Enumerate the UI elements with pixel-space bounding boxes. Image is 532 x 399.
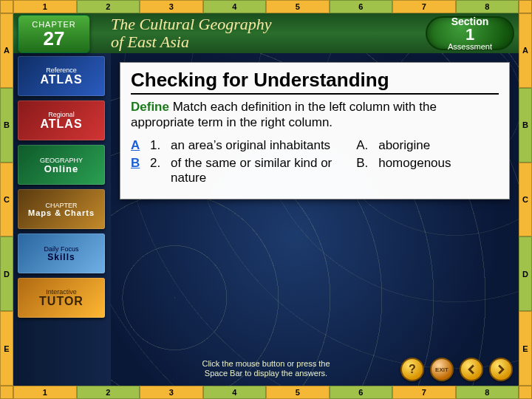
question-number: 2. (150, 156, 165, 185)
answer-letter: A (131, 138, 144, 153)
define-keyword: Define (131, 100, 169, 114)
question-text: an area’s original inhabitants (171, 138, 344, 153)
content-instruction: Define Match each definition in the left… (131, 99, 499, 131)
next-button[interactable] (489, 358, 513, 381)
question-icon: ? (409, 363, 416, 376)
ruler-cell: 8 (456, 0, 519, 13)
exit-label: EXIT (435, 366, 449, 373)
ruler-cell: 2 (77, 0, 140, 13)
content-title: Checking for Understanding (131, 69, 499, 95)
sidebar-geography-online[interactable]: GEOGRAPHYOnline (18, 145, 105, 185)
question-row: B 2. of the same or similar kind or natu… (131, 156, 344, 185)
ruler-cell: 1 (13, 0, 77, 13)
chevron-left-icon (466, 364, 477, 375)
ruler-cell: 7 (392, 0, 456, 13)
ruler-left: AB CD E (0, 13, 13, 386)
term-label: A. (356, 138, 371, 153)
question-text: of the same or similar kind or nature (171, 156, 344, 185)
definitions-column: A 1. an area’s original inhabitants B 2.… (131, 138, 344, 188)
sidebar-reference-atlas[interactable]: ReferenceATLAS (18, 56, 105, 96)
help-button[interactable]: ? (400, 358, 424, 381)
term-word: aborigine (378, 138, 430, 153)
sidebar-maps-charts[interactable]: CHAPTERMaps & Charts (18, 189, 105, 229)
chapter-title: The Cultural Geography of East Asia (111, 16, 272, 51)
term-word: homogenous (378, 156, 451, 171)
content-panel: Checking for Understanding Define Match … (120, 62, 510, 200)
ruler-cell: 6 (330, 0, 393, 13)
term-row: A. aborigine (356, 138, 499, 153)
ruler-cell: 4 (203, 0, 267, 13)
nav-bar: ? EXIT (400, 358, 513, 381)
exit-button[interactable]: EXIT (430, 358, 454, 381)
sidebar-interactive-tutor[interactable]: InteractiveTUTOR (18, 278, 105, 318)
section-badge: Section 1 Assessment (426, 16, 514, 50)
question-number: 1. (150, 138, 165, 153)
ruler-right: AB CD E (519, 13, 532, 386)
ruler-cell: 5 (266, 0, 330, 13)
term-label: B. (356, 156, 371, 171)
ruler-top: 1 2 3 4 5 6 7 8 (13, 0, 519, 13)
question-row: A 1. an area’s original inhabitants (131, 138, 344, 153)
prev-button[interactable] (460, 358, 483, 381)
sidebar-daily-focus[interactable]: Daily FocusSkills (18, 233, 105, 273)
terms-column: A. aborigine B. homogenous (356, 138, 499, 188)
chapter-badge: CHAPTER 27 (18, 15, 90, 53)
term-row: B. homogenous (356, 156, 499, 171)
sidebar: ReferenceATLAS RegionalATLAS GEOGRAPHYOn… (13, 53, 111, 386)
ruler-bottom: 12 34 56 78 (13, 386, 519, 399)
answer-letter: B (131, 156, 144, 185)
ruler-cell: 3 (140, 0, 203, 13)
chevron-right-icon (496, 364, 506, 375)
sidebar-regional-atlas[interactable]: RegionalATLAS (18, 100, 105, 140)
spacebar-hint: Click the mouse button or press the Spac… (202, 359, 330, 378)
